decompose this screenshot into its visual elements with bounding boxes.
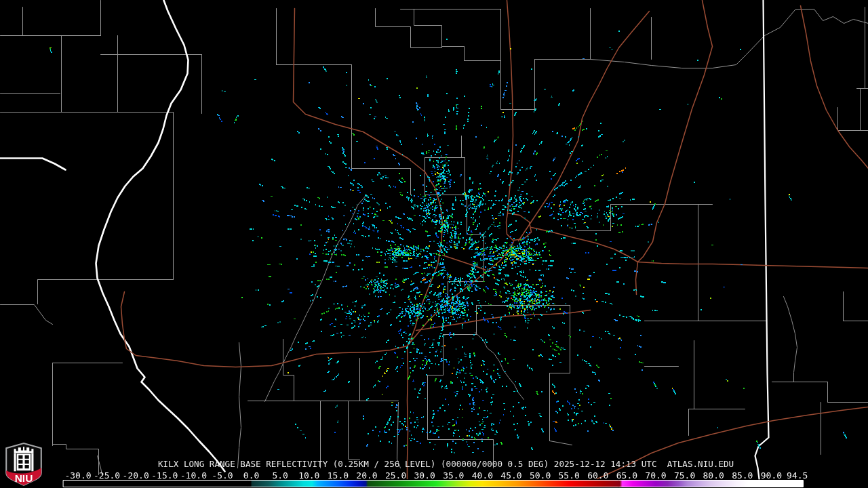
radar-map-canvas bbox=[0, 0, 868, 488]
colorbar-tick: -5.0 bbox=[212, 470, 233, 481]
colorbar-tick: 94.5 bbox=[787, 470, 808, 481]
colorbar-tick: -10.0 bbox=[180, 470, 207, 481]
colorbar-tick: 35.0 bbox=[443, 470, 464, 481]
colorbar-tick: 40.0 bbox=[472, 470, 493, 481]
colorbar-tick: 25.0 bbox=[385, 470, 406, 481]
colorbar-tick: 15.0 bbox=[328, 470, 349, 481]
colorbar-tick: 0.0 bbox=[243, 470, 259, 481]
colorbar-tick: 30.0 bbox=[414, 470, 435, 481]
colorbar-tick: 60.0 bbox=[587, 470, 608, 481]
colorbar-tick: 45.0 bbox=[500, 470, 521, 481]
colorbar-tick: 75.0 bbox=[674, 470, 695, 481]
colorbar-tick: 65.0 bbox=[616, 470, 637, 481]
radar-display: KILX LONG RANGE BASE REFLECTIVITY (0.25K… bbox=[0, 0, 868, 488]
colorbar-tick: 20.0 bbox=[356, 470, 377, 481]
niu-logo: NIU bbox=[4, 442, 43, 487]
product-caption: KILX LONG RANGE BASE REFLECTIVITY (0.25K… bbox=[158, 460, 734, 468]
colorbar-tick: 5.0 bbox=[272, 470, 288, 481]
colorbar-tick: -20.0 bbox=[123, 470, 149, 481]
colorbar-tick: 10.0 bbox=[298, 470, 319, 481]
colorbar-tick: 70.0 bbox=[645, 470, 666, 481]
colorbar-tick: 55.0 bbox=[559, 470, 580, 481]
colorbar-tick: -30.0 bbox=[64, 470, 91, 481]
niu-logo-text: NIU bbox=[15, 472, 33, 484]
colorbar-tick: -15.0 bbox=[151, 470, 178, 481]
colorbar-tick: 80.0 bbox=[703, 470, 724, 481]
colorbar-tick: -25.0 bbox=[94, 470, 120, 481]
colorbar-tick: 50.0 bbox=[530, 470, 551, 481]
colorbar-tick: 90.0 bbox=[761, 470, 782, 481]
colorbar-tick: 85.0 bbox=[732, 470, 753, 481]
